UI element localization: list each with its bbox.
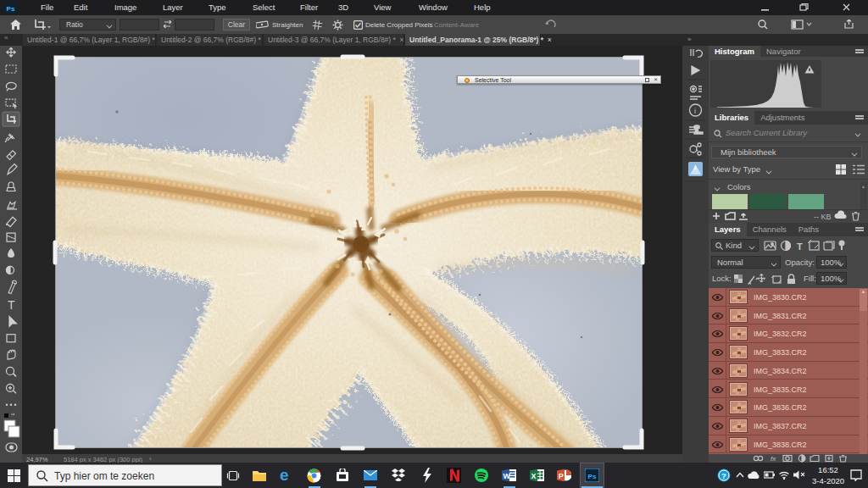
svg-text:W: W: [504, 472, 511, 480]
svg-text:T: T: [797, 241, 803, 252]
svg-text:-- KB: -- KB: [814, 213, 832, 221]
svg-text:Ps: Ps: [588, 473, 597, 480]
svg-text:T: T: [8, 298, 15, 312]
svg-text:X: X: [531, 472, 537, 480]
svg-text:Ps: Ps: [7, 5, 15, 13]
svg-text:fx: fx: [771, 455, 776, 463]
svg-text:P: P: [559, 472, 564, 480]
svg-text:i: i: [694, 107, 696, 115]
svg-text:?: ?: [721, 471, 726, 480]
